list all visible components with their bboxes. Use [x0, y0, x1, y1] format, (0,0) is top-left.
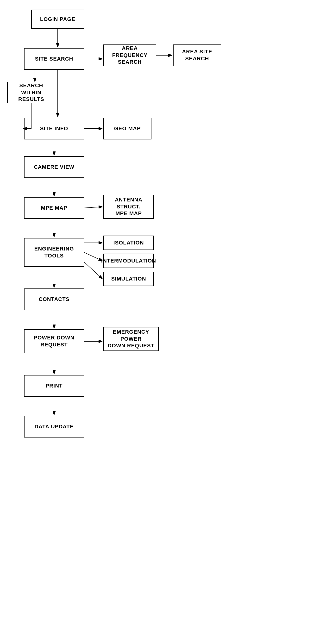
- area-site-search-box: AREA SITE SEARCH: [173, 44, 221, 66]
- emergency-power-box: EMERGENCY POWER DOWN REQUEST: [103, 327, 159, 351]
- print-box: PRINT: [24, 375, 84, 397]
- simulation-box: SIMULATION: [103, 272, 154, 286]
- svg-line-9: [84, 207, 102, 208]
- mpe-map-box: MPE MAP: [24, 197, 84, 219]
- antenna-struct-box: ANTENNA STRUCT. MPE MAP: [103, 195, 154, 219]
- site-info-box: SITE INFO: [24, 118, 84, 140]
- data-update-box: DATA UPDATE: [24, 416, 84, 438]
- intermodulation-box: INTERMODULATION: [103, 254, 154, 268]
- geo-map-box: GEO MAP: [103, 118, 152, 140]
- search-within-results-box: SEARCH WITHIN RESULTS: [7, 82, 55, 103]
- site-search-box: SITE SEARCH: [24, 48, 84, 70]
- contacts-box: CONTACTS: [24, 288, 84, 310]
- svg-line-12: [84, 252, 102, 261]
- engineering-tools-box: ENGINEERING TOOLS: [24, 238, 84, 267]
- login-page-box: LOGIN PAGE: [31, 10, 84, 29]
- camere-view-box: CAMERE VIEW: [24, 156, 84, 178]
- power-down-request-box: POWER DOWN REQUEST: [24, 329, 84, 353]
- area-frequency-search-box: AREA FREQUENCY SEARCH: [103, 44, 156, 66]
- isolation-box: ISOLATION: [103, 236, 154, 250]
- svg-line-13: [84, 262, 102, 279]
- flowchart: LOGIN PAGE SITE SEARCH AREA FREQUENCY SE…: [0, 0, 332, 644]
